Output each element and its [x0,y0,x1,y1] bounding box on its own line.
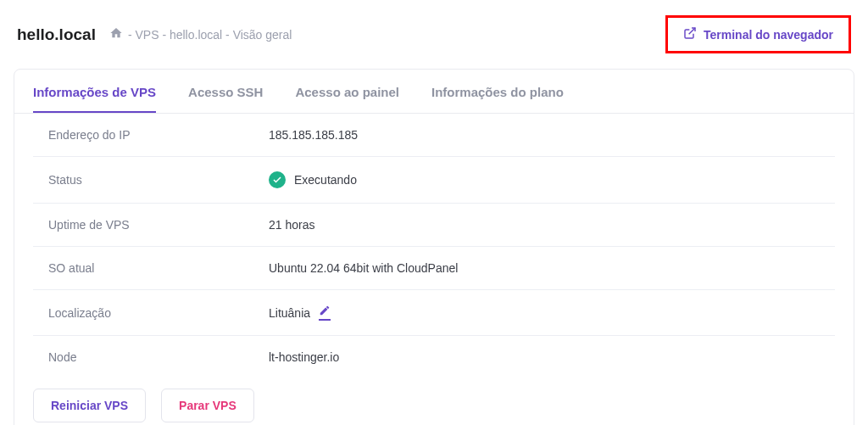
info-rows: Endereço do IP 185.185.185.185 Status Ex… [14,114,854,378]
row-os: SO atual Ubuntu 22.04 64bit with CloudPa… [33,247,835,290]
row-uptime: Uptime de VPS 21 horas [33,204,835,247]
edit-location-icon[interactable] [319,305,331,321]
top-left: hello.local - VPS - hello.local - Visão … [17,25,292,44]
os-label: SO atual [48,261,269,275]
breadcrumb: - VPS - hello.local - Visão geral [109,26,292,42]
action-buttons: Reiniciar VPS Parar VPS [14,378,854,422]
node-value: lt-hostinger.io [269,350,339,364]
tab-panel-access[interactable]: Acesso ao painel [295,70,399,113]
breadcrumb-text: - VPS - hello.local - Visão geral [128,28,292,42]
tabs: Informações de VPS Acesso SSH Acesso ao … [14,70,854,114]
uptime-value: 21 horas [269,218,314,232]
stop-vps-button[interactable]: Parar VPS [161,389,254,422]
hostname-title: hello.local [17,25,96,44]
row-location: Localização Lituânia [33,290,835,336]
open-external-icon [683,26,697,42]
row-ip: Endereço do IP 185.185.185.185 [33,114,835,157]
status-label: Status [48,173,269,187]
row-node: Node lt-hostinger.io [33,336,835,378]
ip-value: 185.185.185.185 [269,128,358,142]
uptime-label: Uptime de VPS [48,218,269,232]
browser-terminal-button[interactable]: Terminal do navegador [665,15,851,53]
restart-vps-button[interactable]: Reiniciar VPS [33,389,146,422]
os-value: Ubuntu 22.04 64bit with CloudPanel [269,261,458,275]
location-label: Localização [48,306,269,320]
row-status: Status Executando [33,157,835,204]
vps-card: Informações de VPS Acesso SSH Acesso ao … [14,69,854,425]
status-value: Executando [294,173,357,187]
tab-ssh-access[interactable]: Acesso SSH [188,70,263,113]
browser-terminal-label: Terminal do navegador [704,28,833,42]
ip-label: Endereço do IP [48,128,269,142]
node-label: Node [48,350,269,364]
tab-vps-info[interactable]: Informações de VPS [33,70,156,113]
status-running-icon [269,171,286,188]
tab-plan-info[interactable]: Informações do plano [431,70,564,113]
top-bar: hello.local - VPS - hello.local - Visão … [0,0,868,62]
location-value: Lituânia [269,306,310,320]
home-icon[interactable] [109,26,123,42]
